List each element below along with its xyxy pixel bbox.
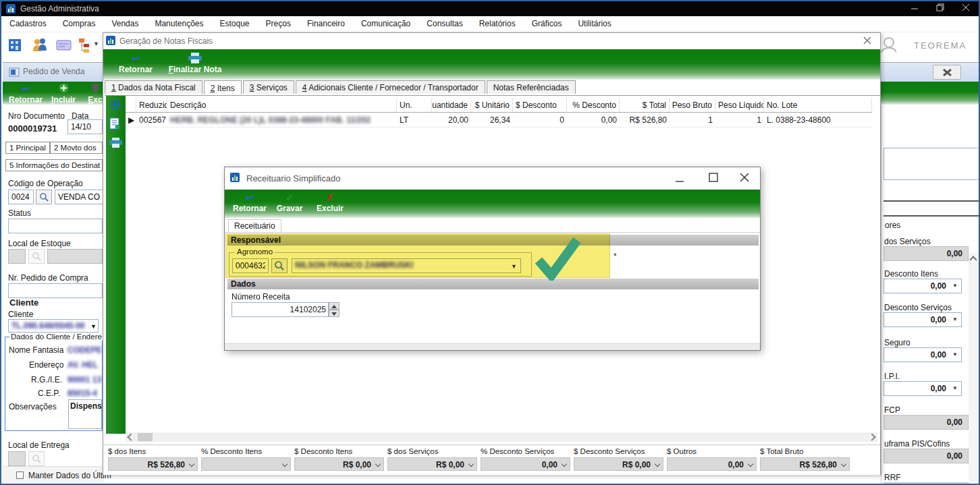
tab-servicos[interactable]: 3 Serviços xyxy=(243,80,294,94)
ipi-combo[interactable]: 0,00▼ xyxy=(883,381,962,396)
col-desconto-pct[interactable]: % Desconto xyxy=(567,98,620,112)
pv-tab-informacoes-destinatario[interactable]: 5 Informações do Destinat xyxy=(5,159,103,171)
menu-precos[interactable]: Preços xyxy=(258,16,299,28)
rs-excluir-button[interactable]: ✗Excluir xyxy=(314,192,346,213)
nf-close-button[interactable] xyxy=(863,36,872,47)
menu-utilitarios[interactable]: Utilitários xyxy=(570,16,619,28)
rs-close-button[interactable] xyxy=(740,173,751,183)
valor-desconto-servicos-combo[interactable]: R$ 0,00 xyxy=(574,457,663,471)
data-input[interactable] xyxy=(67,119,103,134)
scroll-up-icon[interactable] xyxy=(969,256,977,263)
agronomo-combobox[interactable]: NILSON FRANCO ZAMBRUSKI▼ xyxy=(292,258,521,273)
scroll-left-icon[interactable] xyxy=(127,433,134,440)
card-icon[interactable] xyxy=(55,36,73,54)
menu-vendas[interactable]: Vendas xyxy=(103,16,146,28)
toolbar-dropdown-icon[interactable]: ▼ xyxy=(93,40,99,47)
pct-desconto-servicos-combo[interactable]: 0,00 xyxy=(481,457,570,471)
nf-finalizar-nota-button[interactable]: Finalizar Nota xyxy=(164,53,226,74)
local-entrega-codigo-field[interactable] xyxy=(8,451,26,466)
menu-graficos[interactable]: Gráficos xyxy=(524,16,570,28)
col-no-lote[interactable]: No. Lote xyxy=(764,98,872,112)
tab-dados-nota-fiscal[interactable]: 1 Dados da Nota Fiscal xyxy=(105,80,202,94)
people-icon[interactable] xyxy=(31,36,49,54)
menu-estoque[interactable]: Estoque xyxy=(211,16,257,28)
col-peso-liquido[interactable]: Peso Líquido xyxy=(715,98,764,112)
operacao-desc-input[interactable] xyxy=(55,190,103,204)
col-quantidade[interactable]: Quantidade xyxy=(432,98,471,112)
col-unitario[interactable]: $ Unitário xyxy=(471,98,513,112)
rs-gravar-button[interactable]: ✓Gravar xyxy=(273,192,306,213)
local-entrega-search-button xyxy=(28,451,45,466)
local-estoque-codigo-field[interactable] xyxy=(8,249,26,264)
observacoes-textbox[interactable]: Dispens xyxy=(68,399,102,429)
codigo-operacao-search-button[interactable] xyxy=(36,190,52,204)
col-total[interactable]: $ Total xyxy=(620,98,670,112)
nr-pedido-compra-input[interactable] xyxy=(8,283,103,298)
total-bruto-combo[interactable]: R$ 526,80 xyxy=(760,457,850,471)
pv-tab-principal[interactable]: 1 Principal xyxy=(5,142,50,154)
menu-compras[interactable]: Compras xyxy=(55,16,104,28)
col-descricao[interactable]: Descrição xyxy=(167,98,397,112)
valores-panel: ores dos Serviços 0,00 Desconto Itens 0,… xyxy=(881,105,980,485)
nf-retornar-button[interactable]: ↩Retornar xyxy=(115,53,156,74)
tab-notas-referenciadas[interactable]: Notas Referênciadas xyxy=(487,80,576,94)
status-input[interactable] xyxy=(8,219,103,233)
user-profile-icon[interactable] xyxy=(879,35,896,53)
pv-retornar-button[interactable]: ↩Retornar xyxy=(7,83,45,105)
manter-dados-checkbox[interactable] xyxy=(16,472,24,479)
orgchart-icon[interactable] xyxy=(77,36,94,54)
menu-relatorios[interactable]: Relatórios xyxy=(471,16,524,28)
col-un[interactable]: Un. xyxy=(397,98,432,112)
total-dos-servicos-combo[interactable]: R$ 0,00 xyxy=(387,457,477,471)
items-grid-row[interactable]: ▶ 002567 HERB. REGLONE (20 L)L 0388-23-4… xyxy=(126,113,872,127)
col-reduzido[interactable]: Reduzido xyxy=(136,98,167,112)
gear-icon[interactable] xyxy=(109,98,121,113)
col-desconto-valor[interactable]: $ Desconto xyxy=(513,98,567,112)
total-dos-itens-combo[interactable]: R$ 526,80 xyxy=(108,457,198,471)
document-settings-icon[interactable] xyxy=(109,117,121,132)
spin-up-button[interactable] xyxy=(329,302,339,310)
scrollbar-thumb[interactable] xyxy=(138,433,153,441)
tab-receituario[interactable]: Receituário xyxy=(228,219,281,232)
numero-receita-spinner[interactable]: 14102025 xyxy=(232,302,339,317)
menu-consultas[interactable]: Consultas xyxy=(418,16,470,28)
seguro-combo[interactable]: 0,00▼ xyxy=(883,347,962,362)
local-estoque-label: Local de Estoque xyxy=(8,239,71,248)
valores-scrollbar[interactable] xyxy=(969,253,979,485)
scroll-right-icon[interactable] xyxy=(868,433,875,440)
nro-documento-label: Nro Documento xyxy=(8,111,65,121)
col-peso-bruto[interactable]: Peso Bruto xyxy=(670,98,715,112)
desconto-servicos-combo[interactable]: 0,00▼ xyxy=(883,312,962,327)
company-icon[interactable] xyxy=(7,36,24,54)
restore-button[interactable] xyxy=(930,3,950,14)
pv-tab-movto[interactable]: 2 Movto dos xyxy=(50,142,103,154)
valores-header: ores xyxy=(885,221,900,230)
print-icon[interactable] xyxy=(109,138,122,150)
minimize-button[interactable] xyxy=(904,3,925,14)
valor-desconto-servicos: $ Desconto ServiçosR$ 0,00 xyxy=(574,447,663,471)
items-horizontal-scrollbar[interactable] xyxy=(126,432,877,442)
row-selected-marker: ▶ xyxy=(126,113,136,127)
rs-minimize-button[interactable] xyxy=(675,176,686,187)
numero-receita-value[interactable]: 14102025 xyxy=(232,302,329,317)
rs-retornar-button[interactable]: ↩Retornar xyxy=(230,192,269,213)
valor-outros-combo[interactable]: 0,00 xyxy=(667,457,757,471)
tab-adicionais[interactable]: 4 Adicionais Cliente / Fornecedor / Tran… xyxy=(296,80,485,94)
agronomo-search-button[interactable] xyxy=(271,258,288,273)
codigo-operacao-input[interactable] xyxy=(8,190,34,204)
menu-comunicacao[interactable]: Comunicação xyxy=(353,16,418,28)
cliente-combobox[interactable]: TL.090.646/0045-00▼ xyxy=(8,319,99,333)
pct-desconto-itens-combo[interactable] xyxy=(201,457,291,471)
agronomo-codigo-input[interactable] xyxy=(232,258,269,273)
close-button[interactable] xyxy=(956,3,976,14)
pv-incluir-button[interactable]: Incluir xyxy=(47,83,80,105)
menu-manutencoes[interactable]: Manutenções xyxy=(146,16,211,28)
spin-down-button[interactable] xyxy=(329,310,339,317)
pv-close-button[interactable] xyxy=(933,65,961,80)
desconto-itens-combo[interactable]: 0,00▼ xyxy=(883,279,962,293)
rs-maximize-button[interactable] xyxy=(709,173,719,183)
menu-cadastros[interactable]: Cadastros xyxy=(1,16,55,28)
valor-desconto-itens-combo[interactable]: R$ 0,00 xyxy=(294,457,384,471)
menu-financeiro[interactable]: Financeiro xyxy=(299,16,353,28)
tab-itens[interactable]: 2 Itens xyxy=(204,80,242,94)
